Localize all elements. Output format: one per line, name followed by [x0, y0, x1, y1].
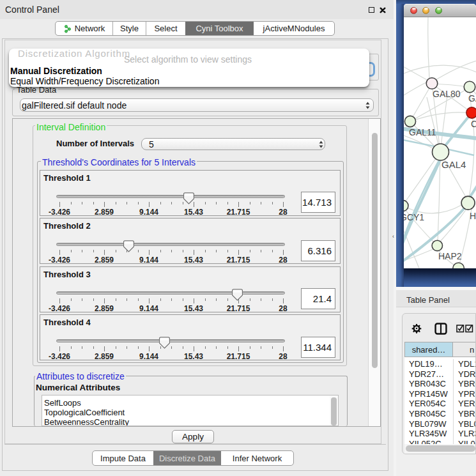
svg-text:CY: CY — [471, 119, 476, 129]
svg-text:GAL4: GAL4 — [441, 159, 466, 170]
svg-text:HAP2: HAP2 — [438, 251, 462, 261]
svg-text:GA: GA — [468, 93, 476, 104]
svg-text:GAL11: GAL11 — [409, 127, 436, 137]
svg-text:HI: HI — [470, 211, 476, 221]
svg-text:GAL80: GAL80 — [433, 89, 461, 99]
svg-text:GCY1: GCY1 — [404, 212, 424, 222]
